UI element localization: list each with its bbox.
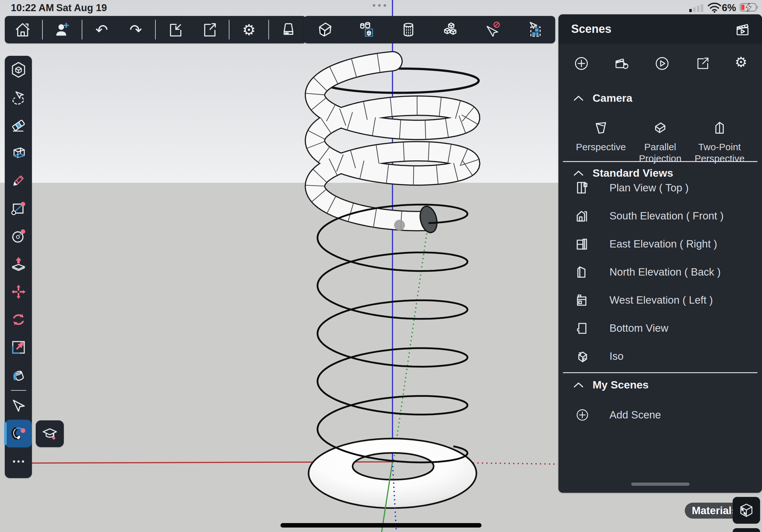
next-panel-button[interactable] bbox=[733, 528, 760, 532]
settings-gear-icon[interactable]: ⚙ bbox=[735, 55, 747, 72]
view-east-right[interactable]: East Elevation ( Right ) bbox=[559, 230, 762, 258]
materials-button[interactable] bbox=[733, 497, 760, 524]
rectangle-tool-icon bbox=[10, 200, 28, 218]
materials-cube-icon bbox=[738, 502, 755, 519]
perspective-icon bbox=[592, 120, 609, 137]
wifi-icon bbox=[708, 3, 721, 13]
circle-tool[interactable] bbox=[5, 222, 32, 250]
settings-gear-icon: ⚙ bbox=[242, 22, 256, 37]
copies-icon bbox=[357, 21, 376, 39]
scene-update-icon[interactable] bbox=[614, 55, 630, 72]
add-circle-icon[interactable] bbox=[573, 55, 590, 72]
scenes-panel-header: Scenes bbox=[559, 14, 762, 44]
home-button[interactable] bbox=[8, 16, 37, 43]
settings-button[interactable]: ⚙ bbox=[234, 16, 264, 43]
scenes-panel: Scenes ⚙ Camera Perspective Parallel Pro… bbox=[559, 14, 762, 493]
add-collaborator-button[interactable] bbox=[47, 16, 77, 43]
status-bar: 10:22 AM Sat Aug 19 6% bbox=[0, 0, 762, 14]
view-west-left[interactable]: West Elevation ( Left ) bbox=[559, 286, 762, 314]
undo-icon: ↶ bbox=[95, 22, 108, 37]
multitask-dots-icon[interactable] bbox=[373, 4, 386, 7]
undo-button[interactable]: ↶ bbox=[87, 16, 116, 43]
components-tool[interactable] bbox=[5, 56, 32, 84]
share-icon bbox=[200, 21, 219, 39]
lasso-select-icon bbox=[10, 89, 28, 106]
rotate-tool[interactable] bbox=[5, 305, 32, 333]
play-circle-icon[interactable] bbox=[654, 55, 670, 72]
view-north-back[interactable]: North Elevation ( Back ) bbox=[559, 258, 762, 286]
export-icon[interactable] bbox=[694, 55, 711, 72]
circle-tool-icon bbox=[10, 228, 28, 245]
battery-percent: 6% bbox=[722, 2, 736, 14]
view-bottom[interactable]: Bottom View bbox=[559, 314, 762, 342]
main-toolbar: ↶ ↷ ⚙ bbox=[5, 16, 306, 43]
select-items-button[interactable] bbox=[519, 16, 549, 43]
cellular-signal-icon bbox=[689, 4, 705, 12]
select-tool[interactable] bbox=[5, 392, 32, 420]
section-cube-icon bbox=[316, 21, 334, 39]
box-tool[interactable] bbox=[5, 139, 32, 167]
follow-me-tool[interactable] bbox=[5, 420, 32, 447]
paint-bucket-icon bbox=[10, 366, 28, 384]
materials-label: Materials bbox=[692, 504, 737, 517]
pencil-tool[interactable] bbox=[5, 167, 32, 195]
paint-tool[interactable] bbox=[5, 361, 32, 389]
add-person-icon bbox=[53, 21, 71, 39]
scale-icon bbox=[10, 338, 28, 356]
copies-button[interactable] bbox=[352, 16, 381, 43]
deselect-cursor-icon bbox=[483, 21, 501, 39]
ar-view-button[interactable] bbox=[274, 16, 303, 43]
scene-clapper-icon[interactable] bbox=[734, 20, 752, 38]
soften-edges-button[interactable] bbox=[394, 16, 423, 43]
scale-tool[interactable] bbox=[5, 333, 32, 361]
clock: 10:22 AM bbox=[11, 2, 54, 14]
my-scenes-label: My Scenes bbox=[592, 378, 649, 391]
add-circle-icon bbox=[575, 407, 590, 423]
more-tools-icon bbox=[10, 453, 28, 470]
select-items-icon bbox=[525, 21, 543, 39]
soften-cylinder-icon bbox=[399, 21, 418, 39]
camera-option-parallel[interactable]: Parallel Projection bbox=[631, 120, 690, 164]
more-tools[interactable] bbox=[5, 447, 32, 475]
pencil-icon bbox=[10, 172, 28, 190]
east-elevation-icon bbox=[575, 237, 590, 251]
share-button[interactable] bbox=[194, 16, 224, 43]
bottom-view-icon bbox=[575, 321, 590, 336]
view-plan-top[interactable]: Plan View ( Top ) bbox=[559, 174, 762, 202]
plan-view-icon bbox=[575, 180, 590, 195]
eraser-tool[interactable] bbox=[5, 111, 32, 139]
view-south-front[interactable]: South Elevation ( Front ) bbox=[559, 202, 762, 230]
redo-button[interactable]: ↷ bbox=[121, 16, 151, 43]
north-elevation-icon bbox=[575, 265, 590, 279]
date: Sat Aug 19 bbox=[56, 2, 107, 14]
learn-button[interactable] bbox=[36, 420, 64, 447]
rectangle-tool[interactable] bbox=[5, 195, 32, 222]
my-scenes-section-header[interactable]: My Scenes bbox=[573, 378, 649, 391]
components-icon bbox=[441, 21, 460, 39]
lasso-select-tool[interactable] bbox=[5, 84, 32, 111]
components-button[interactable] bbox=[436, 16, 465, 43]
push-pull-icon bbox=[10, 255, 28, 273]
two-point-perspective-icon bbox=[711, 120, 728, 137]
iso-view-icon bbox=[575, 349, 590, 364]
camera-section-header[interactable]: Camera bbox=[573, 92, 633, 104]
add-scene-button[interactable]: Add Scene bbox=[559, 401, 762, 429]
camera-option-perspective[interactable]: Perspective bbox=[571, 120, 631, 164]
scenes-actions: ⚙ bbox=[559, 55, 762, 72]
import-button[interactable] bbox=[161, 16, 190, 43]
west-elevation-icon bbox=[575, 293, 590, 307]
move-tool[interactable] bbox=[5, 278, 32, 305]
camera-option-two-point[interactable]: Two-Point Perspective bbox=[690, 120, 749, 164]
deselect-button[interactable] bbox=[478, 16, 507, 43]
section-divider bbox=[563, 372, 758, 373]
view-iso[interactable]: Iso bbox=[559, 342, 762, 370]
panel-scrollbar[interactable] bbox=[631, 483, 690, 486]
parallel-projection-icon bbox=[651, 120, 669, 137]
section-view-button[interactable] bbox=[310, 16, 340, 43]
battery-charging-icon bbox=[740, 3, 759, 12]
box-blue-base-icon bbox=[10, 144, 28, 162]
selection-mode-toolbar bbox=[304, 16, 555, 43]
ar-view-icon bbox=[279, 21, 298, 39]
south-elevation-icon bbox=[575, 209, 590, 223]
push-pull-tool[interactable] bbox=[5, 250, 32, 278]
